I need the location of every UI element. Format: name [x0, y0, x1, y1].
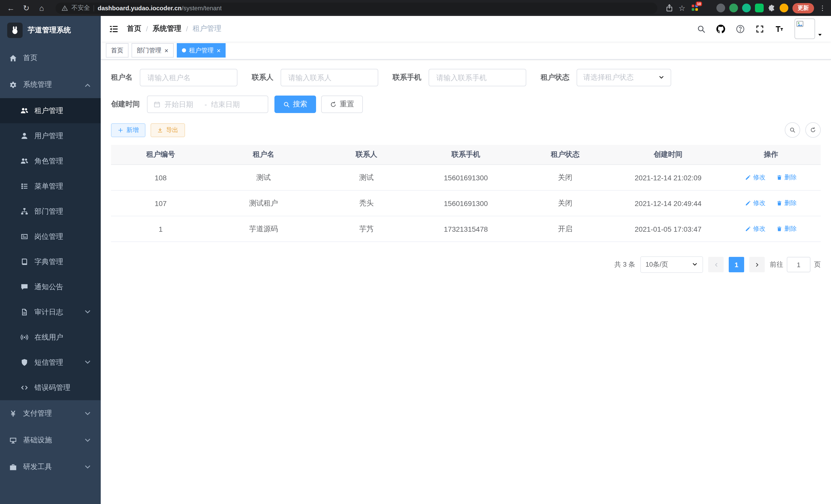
extension-dark-icon[interactable] — [716, 4, 725, 12]
sidebar-item-tenant[interactable]: 租户管理 — [0, 98, 101, 123]
sidebar-item-pay[interactable]: 支付管理 — [0, 400, 101, 427]
delete-link[interactable]: 删除 — [776, 225, 797, 233]
sidebar-item-user[interactable]: 用户管理 — [0, 123, 101, 148]
sidebar-item-infra[interactable]: 基础设施 — [0, 427, 101, 454]
total-count: 共 3 条 — [614, 260, 635, 269]
status-select[interactable]: 请选择租户状态 — [577, 69, 671, 86]
chevron-down-icon — [692, 262, 698, 268]
edit-link[interactable]: 修改 — [745, 173, 766, 182]
share-icon[interactable] — [665, 4, 673, 12]
browser-update-button[interactable]: 更新 — [793, 3, 814, 13]
add-button[interactable]: 新增 — [111, 123, 145, 137]
sidebar-item-sms[interactable]: 短信管理 — [0, 350, 101, 375]
tag-label: 部门管理 — [137, 46, 161, 55]
prev-page-button[interactable] — [708, 257, 724, 272]
active-dot — [182, 48, 186, 52]
github-icon[interactable] — [716, 24, 725, 33]
sidebar-item-home[interactable]: 首页 — [0, 45, 101, 71]
search-icon[interactable] — [697, 24, 706, 33]
next-page-button[interactable] — [749, 257, 765, 272]
chevron-down-icon — [84, 308, 91, 316]
sidebar-item-system[interactable]: 系统管理 — [0, 71, 101, 98]
date-start-input[interactable] — [164, 100, 201, 109]
browser-back-icon[interactable]: ← — [5, 0, 17, 16]
extension-teal-icon[interactable] — [742, 4, 751, 12]
warning-icon — [62, 5, 68, 11]
tag-dept[interactable]: 部门管理 × — [132, 43, 173, 58]
refresh-table-button[interactable] — [805, 122, 821, 138]
sidebar-item-role[interactable]: 角色管理 — [0, 148, 101, 174]
sidebar-item-menu[interactable]: 菜单管理 — [0, 174, 101, 199]
extension-dotgrid-icon[interactable]: 10 — [691, 4, 699, 12]
cell-tenant-id: 1 — [111, 216, 210, 242]
contact-field[interactable] — [281, 69, 378, 86]
tag-home[interactable]: 首页 — [106, 43, 128, 58]
sidebar-item-dict[interactable]: 字典管理 — [0, 249, 101, 274]
sidebar-item-label: 在线用户 — [34, 333, 63, 342]
chevron-down-icon — [658, 75, 664, 81]
monitor-icon — [9, 437, 17, 444]
goto-label: 前往 — [770, 260, 783, 269]
signal-icon — [21, 333, 28, 341]
user-menu[interactable] — [795, 19, 823, 39]
search-button[interactable]: 搜索 — [275, 95, 316, 113]
help-icon[interactable] — [736, 24, 745, 33]
page-size-select[interactable]: 10条/页 — [640, 256, 703, 273]
date-end-input[interactable] — [210, 100, 248, 109]
delete-label: 删除 — [784, 225, 797, 233]
sidebar-item-post[interactable]: 岗位管理 — [0, 224, 101, 249]
sidebar-item-label: 基础设施 — [23, 436, 52, 445]
sidebar-item-label: 角色管理 — [34, 156, 63, 166]
tag-close-icon[interactable]: × — [217, 47, 221, 54]
edit-link[interactable]: 修改 — [745, 199, 766, 208]
extensions-puzzle-icon[interactable] — [768, 4, 775, 12]
sidebar-collapse-icon[interactable] — [109, 24, 119, 34]
sidebar-item-dev-tools[interactable]: 研发工具 — [0, 454, 101, 480]
address-bar[interactable]: 不安全 dashboard.yudao.iocoder.cn/system/te… — [56, 2, 657, 13]
delete-link[interactable]: 删除 — [776, 173, 797, 182]
caret-down-icon — [817, 32, 823, 37]
update-label: 更新 — [798, 4, 809, 12]
filter-row-1: 租户名 联系人 联系手机 租户状态 请选择租户状态 — [111, 69, 821, 86]
edit-link[interactable]: 修改 — [745, 225, 766, 233]
sidebar-item-online-user[interactable]: 在线用户 — [0, 325, 101, 350]
delete-link[interactable]: 删除 — [776, 199, 797, 208]
sidebar-item-label: 岗位管理 — [34, 232, 63, 241]
chevron-down-icon — [84, 410, 91, 417]
date-range-picker[interactable]: - — [147, 95, 268, 113]
reset-button[interactable]: 重置 — [321, 95, 363, 113]
contact-input[interactable] — [287, 73, 372, 82]
breadcrumb-home[interactable]: 首页 — [127, 24, 141, 33]
extension-chat-icon[interactable] — [755, 4, 764, 12]
sidebar-item-audit-log[interactable]: 审计日志 — [0, 299, 101, 325]
fullscreen-icon[interactable] — [755, 24, 764, 33]
filter-row-2: 创建时间 - 搜索 — [111, 95, 821, 113]
breadcrumb-system[interactable]: 系统管理 — [153, 24, 181, 33]
export-button[interactable]: 导出 — [150, 123, 185, 137]
tenant-name-input[interactable] — [146, 73, 231, 82]
profile-avatar[interactable] — [780, 4, 789, 12]
sidebar-item-dept[interactable]: 部门管理 — [0, 199, 101, 224]
tag-close-icon[interactable]: × — [165, 47, 168, 54]
browser-reload-icon[interactable]: ↻ — [21, 0, 32, 16]
extension-green-icon[interactable] — [729, 4, 738, 12]
bookmark-star-icon[interactable]: ☆ — [677, 0, 687, 16]
column-header: 操作 — [721, 145, 821, 165]
browser-menu-icon[interactable]: ⋮ — [819, 4, 826, 12]
home-icon — [9, 54, 17, 62]
phone-input[interactable] — [435, 73, 520, 82]
sidebar-item-notice[interactable]: 通知公告 — [0, 274, 101, 299]
page-number-button[interactable]: 1 — [729, 257, 744, 272]
phone-field[interactable] — [429, 69, 526, 86]
browser-home-icon[interactable]: ⌂ — [36, 0, 47, 16]
extension-blue-icon[interactable] — [704, 4, 712, 12]
sidebar-item-error-code[interactable]: 错误码管理 — [0, 375, 101, 400]
table-row: 108 测试 测试 15601691300 关闭 2021-12-14 21:0… — [111, 165, 821, 190]
font-size-icon[interactable] — [775, 24, 784, 33]
tag-tenant-active[interactable]: 租户管理 × — [176, 43, 226, 58]
goto-page-input[interactable] — [787, 257, 810, 272]
toggle-search-button[interactable] — [785, 122, 800, 138]
tenant-name-field[interactable] — [140, 69, 237, 86]
column-header: 租户状态 — [515, 145, 615, 165]
app-title: 芋道管理系统 — [28, 26, 71, 35]
